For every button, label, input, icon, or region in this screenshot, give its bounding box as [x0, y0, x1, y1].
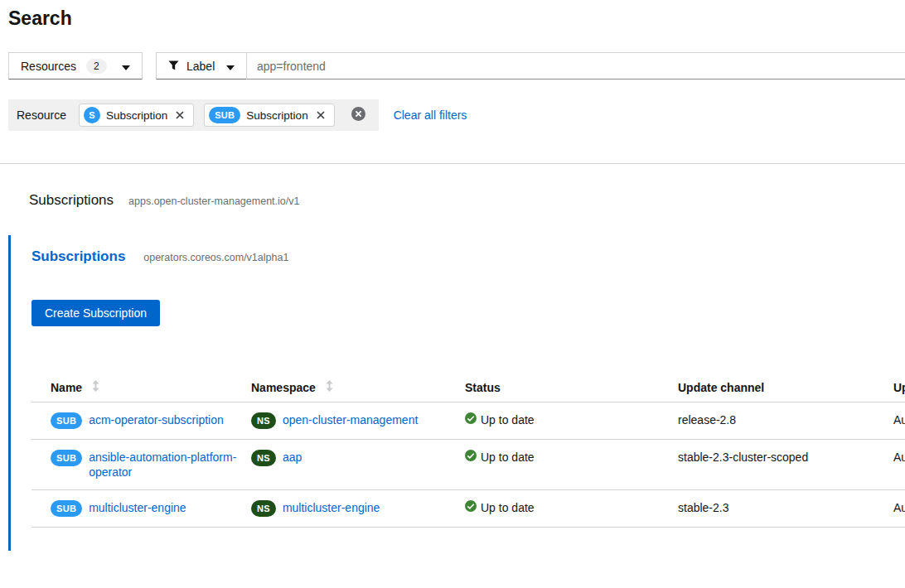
content-divider [0, 163, 905, 164]
update-channel-cell: stable-2.3-cluster-scoped [678, 440, 893, 490]
status-cell: Up to date [465, 490, 678, 528]
column-header-update-approval: Update approval [893, 374, 905, 402]
times-circle-icon [351, 107, 365, 123]
filter-chip-subscription-olm: SUB Subscription [204, 104, 334, 127]
section-api-group: apps.open-cluster-management.io/v1 [128, 195, 299, 207]
chevron-down-icon [226, 60, 235, 73]
create-subscription-button[interactable]: Create Subscription [31, 300, 160, 326]
table-row: SUB multicluster-engine NS multicluster-… [31, 490, 905, 528]
column-header-name[interactable]: Name [31, 374, 251, 402]
column-header-status: Status [465, 374, 678, 402]
column-header-namespace[interactable]: Namespace [251, 374, 465, 402]
namespace-cell: NS aap [251, 440, 465, 490]
kind-badge-sub: SUB [51, 450, 82, 466]
table-header-row: Name Namespace [31, 374, 905, 402]
update-channel-cell: stable-2.3 [678, 490, 893, 528]
section-title: Subscriptions [29, 192, 114, 209]
search-toolbar: Resources 2 Label [8, 52, 905, 80]
resources-count-badge: 2 [86, 59, 107, 74]
search-page: Search Resources 2 Label [0, 7, 905, 588]
close-icon [317, 109, 325, 122]
name-cell: SUB acm-operator-subscription [31, 402, 251, 440]
resources-filter-label: Resources [21, 60, 76, 73]
kind-badge-sub: SUB [209, 107, 240, 123]
table-row: SUB acm-operator-subscription NS open-cl… [31, 402, 905, 440]
chevron-down-icon [122, 60, 130, 73]
section-api-group: operators.coreos.com/v1alpha1 [143, 252, 288, 263]
namespace-badge: NS [251, 450, 276, 466]
status-cell: Up to date [465, 402, 678, 440]
sort-icon [92, 380, 99, 394]
kind-badge-s: S [84, 107, 100, 123]
name-cell: SUB multicluster-engine [31, 490, 251, 528]
section-subscriptions-olm: Subscriptions operators.coreos.com/v1alp… [8, 235, 905, 551]
update-approval-cell: Automatic [893, 490, 905, 528]
status-text: Up to date [481, 450, 535, 465]
status-text: Up to date [481, 412, 535, 427]
close-icon [176, 109, 184, 122]
sort-icon [326, 380, 333, 394]
success-check-icon [465, 450, 477, 465]
page-title: Search [8, 7, 905, 30]
status-cell: Up to date [465, 440, 678, 490]
filter-chip-label: Subscription [106, 109, 167, 122]
namespace-cell: NS open-cluster-management [251, 402, 465, 440]
clear-all-filters-link[interactable]: Clear all filters [394, 108, 467, 122]
table-row: SUB ansible-automation-platform-operator… [31, 440, 905, 490]
update-approval-cell: Automatic [893, 402, 905, 440]
namespace-badge: NS [251, 500, 276, 517]
remove-filter-button[interactable] [314, 108, 327, 123]
attribute-filter-label: Label [186, 60, 215, 73]
name-cell: SUB ansible-automation-platform-operator [31, 440, 251, 490]
subscriptions-table-wrapper: Name Namespace [31, 374, 905, 528]
section-subscriptions-acm: Subscriptions apps.open-cluster-manageme… [29, 192, 905, 209]
remove-filter-button[interactable] [173, 108, 186, 123]
namespace-link[interactable]: multicluster-engine [283, 500, 380, 515]
namespace-cell: NS multicluster-engine [251, 490, 465, 528]
filter-icon [168, 60, 179, 73]
kind-badge-sub: SUB [51, 500, 82, 517]
namespace-link[interactable]: aap [283, 450, 302, 465]
search-input[interactable] [246, 52, 905, 80]
filter-chip-subscription-acm: S Subscription [79, 104, 194, 127]
update-approval-cell: Automatic [893, 440, 905, 490]
success-check-icon [465, 412, 477, 427]
filter-group-label: Resource [17, 108, 66, 122]
resources-filter-dropdown[interactable]: Resources 2 [8, 52, 143, 80]
resource-link[interactable]: ansible-automation-platform-operator [89, 450, 241, 480]
active-filters-row: Resource S Subscription SUB Subscription [8, 99, 905, 131]
namespace-badge: NS [251, 412, 276, 429]
success-check-icon [465, 500, 477, 515]
update-channel-cell: release-2.8 [678, 402, 893, 440]
filter-chip-label: Subscription [246, 109, 307, 122]
namespace-link[interactable]: open-cluster-management [283, 412, 418, 427]
kind-badge-sub: SUB [51, 412, 82, 429]
subscriptions-table: Name Namespace [31, 374, 905, 528]
filter-chip-group: Resource S Subscription SUB Subscription [8, 99, 379, 131]
resource-link[interactable]: multicluster-engine [89, 500, 186, 515]
section-title-link[interactable]: Subscriptions [31, 248, 125, 264]
status-text: Up to date [481, 500, 535, 515]
column-header-update-channel: Update channel [678, 374, 893, 402]
resource-link[interactable]: acm-operator-subscription [89, 412, 224, 427]
clear-filter-group-button[interactable] [351, 107, 365, 123]
section-header: Subscriptions operators.coreos.com/v1alp… [31, 248, 905, 265]
attribute-filter-dropdown[interactable]: Label [156, 52, 247, 80]
